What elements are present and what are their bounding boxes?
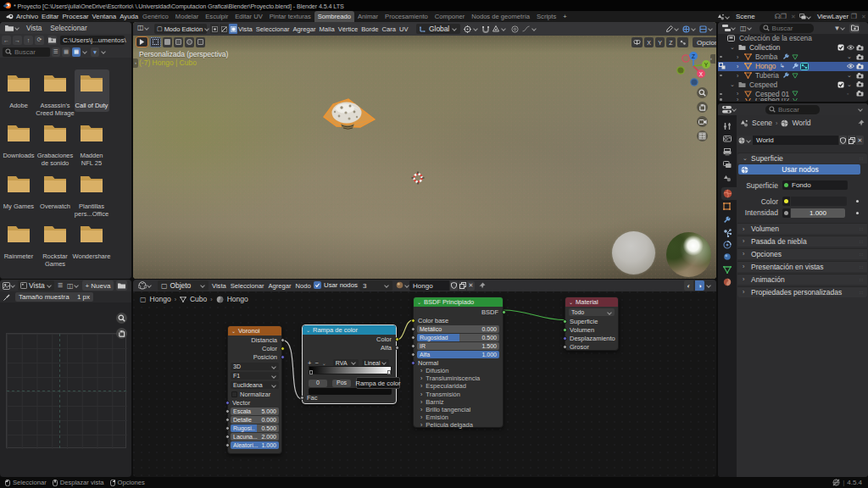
svg-text:Z: Z — [692, 53, 695, 59]
svg-text:Y: Y — [704, 62, 709, 68]
svg-text:X: X — [699, 71, 704, 77]
